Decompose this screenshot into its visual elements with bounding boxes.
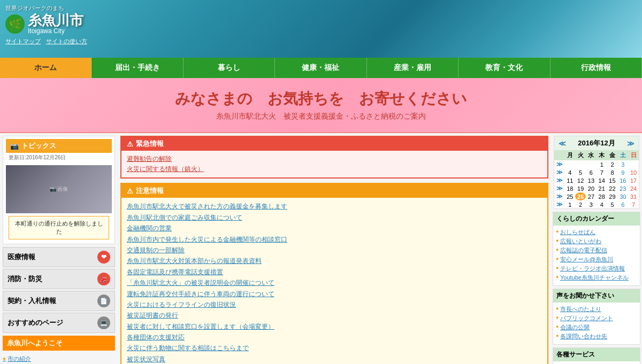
cal-cell[interactable] <box>575 160 586 168</box>
emergency-box: ⚠ 緊急情報 避難勧告の解除 火災に関する情報（鎮火） <box>120 136 548 179</box>
welcome-link-0[interactable]: 市の紹介 <box>3 353 115 364</box>
caution-item-11[interactable]: 被災者に対して相談窓口を設置します（会場変更） <box>127 321 542 332</box>
caution-item-1[interactable]: 糸魚川駅北側での家庭ごみ収集について <box>127 212 542 223</box>
nav-admin[interactable]: 行政情報 <box>551 58 642 78</box>
cal-cell[interactable]: 2 <box>607 160 618 168</box>
cal-cell[interactable]: 7 <box>597 168 607 176</box>
cal-arrow-row5[interactable]: ≫ <box>554 200 564 208</box>
sidebar-medical[interactable]: 医療情報 ❤ <box>3 247 115 267</box>
nav-health[interactable]: 健康・福祉 <box>275 58 366 78</box>
emergency-item-1[interactable]: 火災に関する情報（鎮火） <box>127 164 542 174</box>
cal-cell-sun[interactable]: 10 <box>628 168 639 176</box>
nav-life[interactable]: 暮らし <box>184 58 275 78</box>
topics-label: トピックス <box>21 141 56 151</box>
lifestyle-link-3[interactable]: 安心メール@糸魚川 <box>556 255 637 264</box>
cal-cell[interactable]: 21 <box>597 184 607 192</box>
site-map-link[interactable]: サイトマップ <box>5 37 41 45</box>
cal-cell[interactable]: 11 <box>564 176 575 184</box>
cal-cell-sat[interactable]: 16 <box>617 176 628 184</box>
cal-cell[interactable]: 27 <box>586 192 597 200</box>
voice-link-2[interactable]: 会議の公開 <box>556 323 637 331</box>
caution-item-0[interactable]: 糸魚川市駅北大火で被災された方の義援金を募集します <box>127 201 542 212</box>
cal-cell-sun[interactable]: 7 <box>628 200 639 208</box>
cal-header-tue: 火 <box>575 150 586 160</box>
cal-cell[interactable]: 29 <box>607 192 618 200</box>
caution-item-7[interactable]: 「糸魚川駅北大火」の被災者説明会の開催について <box>127 277 542 288</box>
caution-item-9[interactable]: 火災におけるライフラインの復旧状況 <box>127 299 542 310</box>
lifestyle-link-4[interactable]: テレビ・ラジオ出演情報 <box>556 265 637 273</box>
cal-cell[interactable]: 28 <box>597 192 607 200</box>
caution-item-14[interactable]: 被災状況写真 <box>127 354 542 364</box>
cal-cell[interactable]: 12 <box>575 176 586 184</box>
cal-cell[interactable]: 1 <box>597 160 607 168</box>
cal-arrow-row3[interactable]: ≫ <box>554 184 564 192</box>
cal-arrow-row4[interactable]: ≫ <box>554 192 564 200</box>
cal-arrow-row0[interactable]: ≫ <box>554 160 564 168</box>
cal-cell[interactable]: 19 <box>575 184 586 192</box>
cal-cell[interactable]: 20 <box>586 184 597 192</box>
cal-cell[interactable]: 18 <box>564 184 575 192</box>
cal-cell-sun[interactable]: 17 <box>628 176 639 184</box>
calendar-prev[interactable]: ≪ <box>559 140 566 148</box>
services-header: 各種サービス <box>553 348 640 361</box>
cal-arrow-row1[interactable]: ≫ <box>554 168 564 176</box>
cal-cell-sun[interactable]: 24 <box>628 184 639 192</box>
cal-cell-sat[interactable]: 3 <box>617 160 628 168</box>
cal-cell[interactable]: 15 <box>607 176 618 184</box>
cal-cell[interactable]: 25 <box>564 192 575 200</box>
caution-item-6[interactable]: 各固定電話及び携帯電話支援措置 <box>127 267 542 277</box>
cal-arrow-row2[interactable]: ≫ <box>554 176 564 184</box>
voice-section: 声をお聞かせ下さい 市長へのたより パブリックコメント 会議の公開 各課問い合わ… <box>553 289 640 345</box>
sidebar-recommend[interactable]: おすすめのページ 💻 <box>3 313 115 333</box>
caution-item-5[interactable]: 糸魚川市駅北大火対策本部からの報道発表資料 <box>127 255 542 266</box>
cal-cell-sun[interactable]: 31 <box>628 192 639 200</box>
site-usage-link[interactable]: サイトの使い方 <box>46 37 87 45</box>
voice-link-3[interactable]: 各課問い合わせ先 <box>556 332 637 340</box>
cal-cell[interactable]: 5 <box>607 200 618 208</box>
cal-cell[interactable] <box>564 160 575 168</box>
cal-cell-sat[interactable]: 9 <box>617 168 628 176</box>
contract-icon: 📄 <box>97 295 110 307</box>
caution-item-10[interactable]: 被災証明書の発行 <box>127 310 542 321</box>
lifestyle-link-0[interactable]: おしらせばん <box>556 228 637 236</box>
lifestyle-link-1[interactable]: 広報いといがわ <box>556 237 637 245</box>
cal-cell[interactable]: 4 <box>564 168 575 176</box>
caution-item-13[interactable]: 火災に伴う動物に関する相談はこちらまで <box>127 343 542 353</box>
cal-cell[interactable]: 5 <box>575 168 586 176</box>
lifestyle-link-5[interactable]: Youtube糸魚川チャンネル <box>556 274 637 282</box>
caution-item-8[interactable]: 運転免許証再交付手続きに伴う車両の運行について <box>127 289 542 299</box>
cal-cell[interactable]: 1 <box>564 200 575 208</box>
cal-today[interactable]: 26 <box>575 192 586 200</box>
lifestyle-link-2[interactable]: 広報誌の電子配信 <box>556 246 637 254</box>
cal-cell-sat[interactable]: 30 <box>617 192 628 200</box>
calendar-next[interactable]: ≫ <box>627 140 635 148</box>
cal-cell[interactable]: 14 <box>597 176 607 184</box>
caution-item-3[interactable]: 糸魚川市内で発生した火災による金融機関等の相談窓口 <box>127 234 542 245</box>
cal-cell[interactable]: 22 <box>607 184 618 192</box>
cal-cell[interactable]: 6 <box>586 168 597 176</box>
nav-industry[interactable]: 産業・雇用 <box>367 58 458 78</box>
caution-item-12[interactable]: 各種団体の支援対応 <box>127 332 542 343</box>
emergency-item-0[interactable]: 避難勧告の解除 <box>127 154 542 164</box>
cal-cell-sat[interactable]: 6 <box>617 200 628 208</box>
nav-home[interactable]: ホーム <box>0 58 91 78</box>
caution-item-2[interactable]: 金融機関の営業 <box>127 223 542 234</box>
logo-icon: 🌿 <box>5 14 25 34</box>
cal-cell-sat[interactable]: 23 <box>617 184 628 192</box>
nav-procedures[interactable]: 届出・手続き <box>91 58 183 78</box>
voice-link-1[interactable]: パブリックコメント <box>556 314 637 322</box>
nav-education[interactable]: 教育・文化 <box>458 58 550 78</box>
main-content: 📷 トピックス 更新日:2016年12月26日 📷 画像 本町通りの通行止めを解… <box>0 133 642 364</box>
cal-cell[interactable]: 3 <box>586 200 597 208</box>
cal-cell[interactable] <box>586 160 597 168</box>
sidebar-fire[interactable]: 消防・防災 🚒 <box>3 269 115 289</box>
sidebar-contract[interactable]: 契約・入札情報 📄 <box>3 291 115 311</box>
cal-cell[interactable]: 4 <box>597 200 607 208</box>
caution-item-4[interactable]: 交通規制の一部解除 <box>127 245 542 255</box>
cal-cell[interactable]: 8 <box>607 168 618 176</box>
cal-cell[interactable]: 13 <box>586 176 597 184</box>
lifestyle-header: くらしのカレンダー <box>553 212 640 226</box>
caution-label: 注意情報 <box>136 186 164 196</box>
voice-link-0[interactable]: 市長へのたより <box>556 305 637 313</box>
cal-cell[interactable]: 2 <box>575 200 586 208</box>
